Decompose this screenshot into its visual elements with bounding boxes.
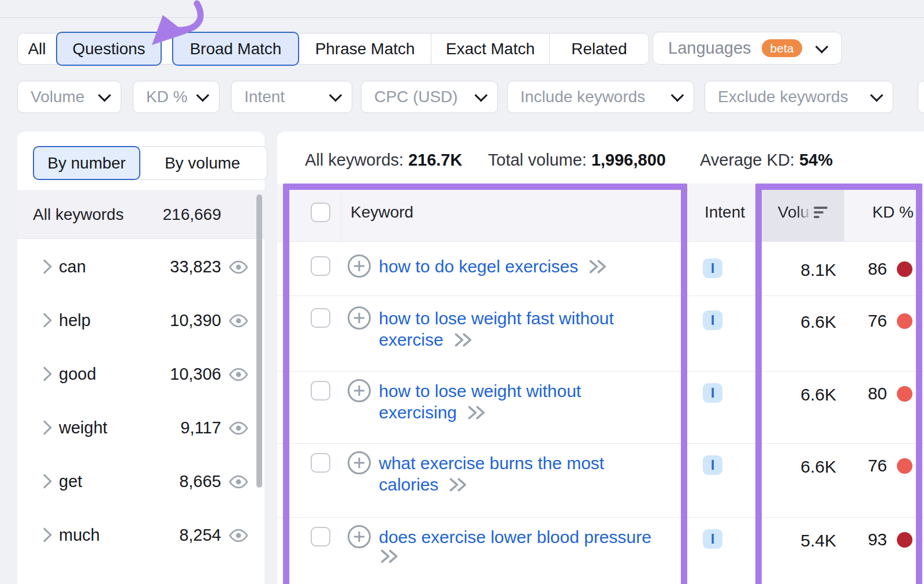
eye-icon[interactable]	[229, 257, 248, 277]
add-keyword-icon[interactable]	[348, 254, 371, 278]
group-count: 10,306	[170, 364, 221, 383]
kd-difficulty-dot	[897, 261, 912, 277]
keyword-link[interactable]: how to do kegel exercises	[379, 256, 608, 277]
group-count: 9,117	[181, 418, 221, 437]
by-volume-label: By volume	[165, 154, 240, 173]
keyword-text-line	[379, 548, 651, 565]
group-count: 10,390	[170, 310, 221, 330]
tab-related[interactable]: Related	[549, 33, 649, 64]
tab-questions[interactable]: Questions	[56, 32, 162, 66]
intent-badge-informational: I	[703, 529, 722, 549]
volume-value: 6.6K	[761, 457, 836, 477]
summary-total-volume-value: 1,996,800	[591, 151, 666, 169]
select-all-checkbox[interactable]	[311, 203, 330, 222]
keyword-group-help[interactable]: help10,390	[17, 294, 264, 347]
keyword-text-line: exercise	[379, 329, 614, 350]
tab-all[interactable]: All	[18, 33, 56, 64]
match-type-tabs: AllQuestionsBroad MatchPhrase MatchExact…	[17, 33, 649, 65]
tab-exact-match[interactable]: Exact Match	[431, 33, 549, 64]
sort-by-volume-toggle[interactable]: By volume	[138, 146, 267, 180]
keyword-link[interactable]: how to lose weight fast withoutexercise	[379, 308, 614, 350]
row-divider	[277, 371, 924, 372]
chevron-down-icon	[671, 89, 684, 102]
expand-keyword-icon[interactable]	[587, 258, 608, 275]
add-keyword-icon[interactable]	[348, 451, 371, 474]
volume-column-header[interactable]: Volu	[761, 184, 844, 241]
keyword-link[interactable]: how to lose weight withoutexercising	[379, 380, 581, 423]
group-count: 8,254	[179, 525, 221, 544]
kd-cell: 76	[844, 311, 921, 331]
filter-intent[interactable]: Intent	[231, 81, 352, 113]
sort-descending-icon	[814, 207, 828, 218]
row-checkbox[interactable]	[311, 381, 330, 400]
row-checkbox[interactable]	[311, 453, 330, 473]
table-header: Volu Keyword Intent KD %	[277, 184, 924, 242]
keyword-text-line: does exercise lower blood pressure	[379, 526, 651, 548]
row-checkbox[interactable]	[311, 256, 330, 276]
group-label: help	[59, 310, 91, 330]
keyword-group-weight[interactable]: weight9,117	[17, 401, 264, 455]
filter-include-keywords[interactable]: Include keywords	[507, 81, 694, 113]
keyword-text-line: how to do kegel exercises	[379, 256, 608, 277]
volume-column-label: Volu	[778, 203, 810, 222]
add-keyword-icon[interactable]	[348, 525, 371, 548]
filter-volume[interactable]: Volume	[17, 81, 121, 113]
keyword-text-line: how to lose weight without	[379, 380, 581, 402]
expand-keyword-icon[interactable]	[453, 331, 474, 349]
expand-keyword-icon[interactable]	[448, 476, 468, 493]
keyword-group-good[interactable]: good10,306	[17, 347, 264, 401]
volume-value: 5.4K	[761, 531, 836, 551]
kd-cell: 86	[844, 259, 921, 279]
chevron-down-icon	[98, 89, 111, 102]
add-keyword-icon[interactable]	[348, 379, 371, 402]
kd-difficulty-dot	[897, 313, 912, 329]
filter-label: Exclude keywords	[718, 88, 848, 106]
chevron-down-icon	[196, 89, 210, 102]
summary-average-kd-label: Average KD:	[700, 151, 795, 169]
keyword-link[interactable]: does exercise lower blood pressure	[379, 526, 651, 565]
expand-keyword-icon[interactable]	[466, 404, 487, 421]
tab-broad-match[interactable]: Broad Match	[172, 32, 299, 66]
filter-label: KD %	[146, 88, 188, 106]
keyword-group-get[interactable]: get8,665	[17, 455, 264, 508]
filter-exclude-keywords[interactable]: Exclude keywords	[705, 81, 893, 113]
chevron-down-icon	[329, 89, 342, 102]
kd-value: 86	[868, 259, 887, 279]
volume-value: 6.6K	[761, 312, 836, 332]
all-keywords-row[interactable]: All keywords 216,669	[17, 190, 264, 239]
kd-column-header[interactable]: KD %	[844, 184, 914, 241]
keyword-link[interactable]: what exercise burns the mostcalories	[379, 452, 604, 495]
sort-by-number-toggle[interactable]: By number	[33, 146, 140, 180]
tab-phrase-match[interactable]: Phrase Match	[299, 33, 431, 64]
eye-icon[interactable]	[229, 526, 248, 545]
keyword-column-header: Keyword	[351, 184, 413, 241]
kd-difficulty-dot	[897, 458, 912, 474]
group-label: weight	[59, 418, 107, 437]
filter-dropdown-partial[interactable]	[918, 81, 924, 113]
tab-gap	[162, 33, 172, 64]
summary-all-keywords-label: All keywords:	[305, 151, 404, 169]
chevron-down-icon	[475, 89, 488, 102]
eye-icon[interactable]	[229, 472, 248, 492]
eye-icon[interactable]	[229, 418, 248, 438]
keyword-group-can[interactable]: can33,823	[17, 240, 264, 294]
group-count: 8,665	[179, 471, 221, 491]
group-count: 33,823	[170, 257, 221, 276]
chevron-down-icon	[870, 89, 884, 102]
add-keyword-icon[interactable]	[348, 306, 371, 330]
expand-keyword-icon[interactable]	[379, 548, 400, 565]
kd-value: 76	[868, 456, 887, 476]
eye-icon[interactable]	[229, 311, 248, 331]
keyword-text-line: calories	[379, 474, 604, 495]
eye-icon[interactable]	[229, 365, 248, 384]
chevron-down-icon	[815, 40, 829, 53]
by-number-label: By number	[47, 154, 125, 173]
filter-cpc-usd-[interactable]: CPC (USD)	[361, 81, 498, 113]
languages-dropdown[interactable]: Languages beta	[653, 32, 842, 65]
row-checkbox[interactable]	[311, 308, 330, 328]
keyword-group-much[interactable]: much8,254	[17, 508, 264, 562]
row-checkbox[interactable]	[311, 527, 330, 546]
sidebar-scrollbar[interactable]	[256, 194, 262, 488]
filter-kd-[interactable]: KD %	[133, 81, 219, 113]
volume-value: 6.6K	[761, 385, 836, 405]
